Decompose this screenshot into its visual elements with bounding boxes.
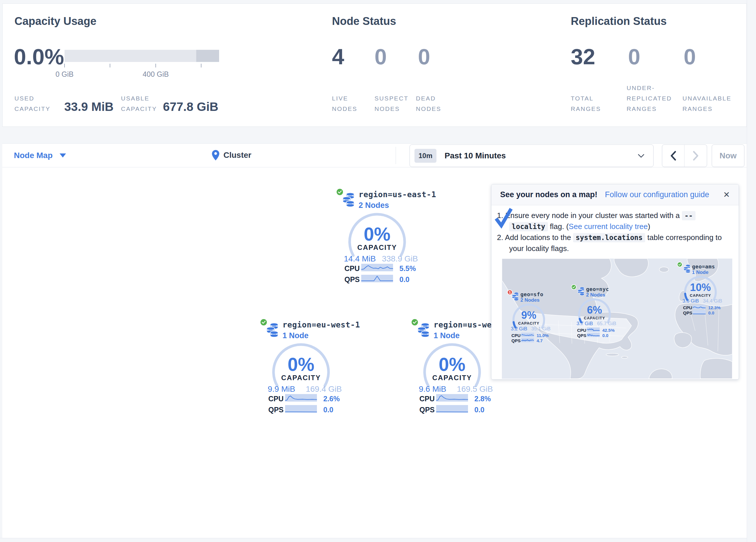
qps-sparkline: [285, 405, 317, 413]
geo-locality-label: geo=nyc: [586, 286, 609, 292]
time-range-select[interactable]: 10m Past 10 Minutes: [410, 144, 654, 167]
replication-status-title: Replication Status: [571, 15, 667, 27]
time-back-button[interactable]: [662, 145, 685, 167]
locality-tree-link[interactable]: See current locality tree: [569, 222, 648, 231]
region-locality-label[interactable]: region=us-east-1: [359, 190, 436, 199]
cpu-sparkline: [285, 394, 317, 402]
usable-value: 34.4 GiB: [703, 298, 722, 304]
node-status-title: Node Status: [332, 15, 396, 27]
gauge-percent: 10%: [682, 282, 719, 294]
qps-value: 0.0: [602, 333, 608, 338]
cpu-value: 12.3%: [708, 305, 721, 310]
database-nodes-icon[interactable]: [683, 264, 691, 273]
capacity-axis-label-0: 0 GiB: [47, 70, 82, 78]
qps-value: 0.0: [708, 311, 714, 315]
gauge-values: 9.6 MiB 169.5 GiB: [419, 385, 493, 394]
breadcrumb[interactable]: Cluster: [212, 150, 251, 160]
capacity-axis-label-400: 400 GiB: [138, 70, 173, 78]
cpu-value: 11.0%: [537, 333, 549, 338]
capacity-axis-tick: [64, 64, 65, 67]
popup-title: See your nodes on a map!: [500, 190, 597, 199]
chevron-right-icon: [693, 151, 699, 161]
gauge-values: 3.7 GiB 65.7 GiB: [577, 321, 616, 327]
popup-step-2b: your locality flags.: [509, 244, 569, 253]
healthy-status-icon: [677, 262, 682, 267]
cpu-sparkline: [361, 264, 393, 271]
geo-node-count-link[interactable]: 1 Node: [692, 269, 709, 276]
total-ranges-count: 32: [571, 44, 595, 69]
cpu-label: CPU: [511, 333, 521, 338]
cpu-sparkline: [693, 305, 706, 309]
cpu-label: CPU: [683, 305, 692, 310]
qps-label: QPS: [268, 406, 284, 414]
healthy-status-icon: [336, 188, 344, 196]
dead-nodes-count: 0: [418, 44, 430, 69]
cpu-sparkline: [521, 333, 534, 337]
database-nodes-icon[interactable]: [342, 193, 355, 207]
database-nodes-icon[interactable]: [577, 287, 585, 295]
usable-value: 65.7 GiB: [597, 321, 616, 327]
cpu-sparkline: [587, 328, 600, 332]
gauge-percent: 6%: [576, 304, 613, 316]
cluster-overview-page: Capacity Usage 0.0% 0 GiB 400 GiB USED C…: [0, 0, 756, 542]
database-nodes-icon[interactable]: [511, 293, 519, 301]
qps-sparkline: [587, 333, 600, 337]
under-replicated-count: 0: [628, 44, 640, 69]
used-value: 14.4 MiB: [344, 254, 376, 263]
cpu-label: CPU: [419, 395, 435, 403]
breadcrumb-label[interactable]: Cluster: [223, 150, 251, 160]
qps-label: QPS: [577, 333, 586, 338]
gauge-percent: 9%: [510, 309, 548, 322]
close-icon[interactable]: ✕: [723, 190, 730, 199]
region-node-count-link[interactable]: 1 Node: [282, 331, 309, 340]
geo-node-count-link[interactable]: 2 Nodes: [520, 297, 540, 303]
gauge-values: 3.6 GiB 34.4 GiB: [682, 298, 722, 304]
now-button[interactable]: Now: [712, 144, 744, 167]
region-node-count-link[interactable]: 2 Nodes: [359, 201, 389, 210]
usable-value: 169.5 GiB: [457, 385, 493, 394]
gauge-values: 3.2 GiB 35.1 GiB: [511, 326, 551, 332]
gauge-percent: 0%: [266, 354, 336, 375]
code-chip: system.locations: [573, 233, 645, 242]
used-value: 9.9 MiB: [268, 385, 295, 394]
gauge-capacity-label: CAPACITY: [510, 321, 548, 326]
qps-value: 0.0: [323, 406, 333, 414]
healthy-status-icon: [411, 319, 419, 326]
unavailable-ranges-label: UNAVAILABLERANGES: [682, 93, 731, 114]
qps-label: QPS: [419, 406, 435, 414]
cpu-label: CPU: [268, 395, 284, 403]
time-nav-buttons: [662, 144, 707, 167]
geo-node-count-link[interactable]: 2 Nodes: [586, 292, 605, 298]
popup-step-2: 2. Add locations to the system.locations…: [497, 233, 722, 242]
usable-value: 169.4 GiB: [306, 385, 342, 394]
chevron-left-icon: [670, 151, 676, 161]
used-value: 9.6 MiB: [419, 385, 446, 394]
suspect-nodes-count: 0: [375, 44, 387, 69]
time-forward-button[interactable]: [685, 145, 707, 167]
qps-sparkline: [436, 405, 468, 413]
qps-label: QPS: [683, 311, 692, 315]
cpu-label: CPU: [577, 328, 586, 333]
time-range-badge: 10m: [414, 149, 436, 163]
qps-sparkline: [361, 275, 393, 282]
cpu-label: CPU: [344, 264, 360, 273]
database-nodes-icon[interactable]: [266, 323, 279, 337]
region-node-count-link[interactable]: 1 Node: [434, 331, 460, 340]
view-mode-label[interactable]: Node Map: [14, 151, 53, 160]
configuration-guide-link[interactable]: Follow our configuration guide: [605, 190, 709, 199]
capacity-axis-tick: [110, 64, 110, 67]
live-nodes-count: 4: [332, 44, 344, 69]
view-mode-dropdown[interactable]: Node Map: [14, 151, 66, 160]
gauge-capacity-label: CAPACITY: [266, 374, 336, 382]
gauge-percent: 0%: [417, 354, 487, 375]
used-value: 3.2 GiB: [511, 326, 527, 332]
qps-sparkline: [693, 310, 706, 315]
capacity-bar-other-segment: [196, 50, 219, 62]
gauge-capacity-label: CAPACITY: [576, 316, 613, 320]
healthy-status-icon: [571, 284, 577, 290]
capacity-axis-tick: [155, 64, 156, 67]
geo-locality-label: geo=sfo: [520, 291, 543, 297]
qps-label: QPS: [344, 276, 360, 284]
region-locality-label[interactable]: region=eu-west-1: [282, 320, 360, 329]
database-nodes-icon[interactable]: [417, 323, 430, 337]
